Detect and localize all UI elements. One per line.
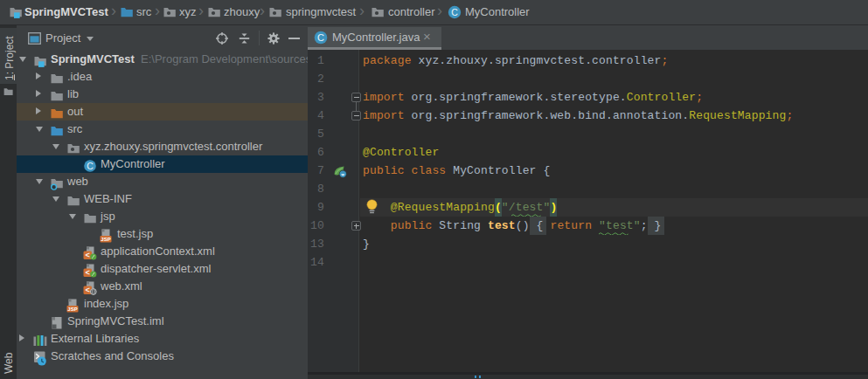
svg-text:C: C — [87, 161, 94, 171]
svg-text:JSP: JSP — [67, 307, 77, 312]
svg-text:C: C — [451, 7, 458, 17]
svg-text:JSP: JSP — [101, 237, 110, 242]
svg-text:C: C — [317, 32, 324, 43]
svg-text:<: < — [85, 286, 89, 295]
svg-text:<: < — [85, 269, 89, 278]
svg-text:<: < — [85, 252, 89, 260]
